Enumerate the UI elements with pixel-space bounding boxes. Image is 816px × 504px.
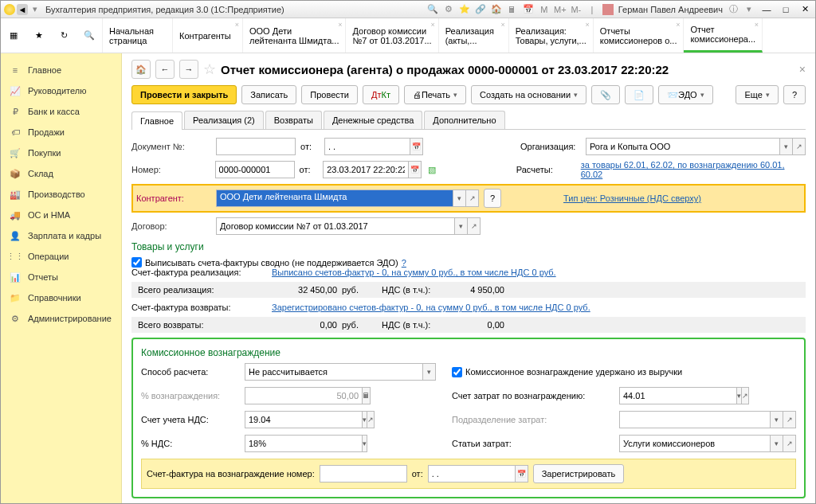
tab-counterparties[interactable]: ×Контрагенты (173, 18, 243, 53)
maximize-button[interactable]: □ (779, 4, 793, 15)
vat-acc-input[interactable] (245, 411, 363, 428)
dept-input[interactable] (619, 411, 771, 428)
sidebar-item-warehouse[interactable]: 📦Склад (1, 163, 121, 184)
close-icon[interactable]: × (500, 21, 504, 29)
post-close-button[interactable]: Провести и закрыть (131, 85, 237, 104)
subtab-main[interactable]: Главное (131, 111, 182, 130)
cost-acc-input[interactable] (619, 387, 737, 404)
vat-pct-input[interactable] (245, 435, 363, 452)
m-minus-icon[interactable]: M- (571, 4, 582, 15)
calc-icon[interactable]: 🖩 (363, 387, 371, 404)
list-button[interactable]: 📄 (625, 85, 653, 104)
favorite-button[interactable]: ☆ (203, 61, 216, 78)
dtkt-button[interactable]: ДтКт (363, 85, 399, 104)
search-icon[interactable]: 🔍 (82, 29, 96, 43)
tab-real2[interactable]: ×Реализация:Товары, услуги,... (509, 18, 594, 53)
search-sys-icon[interactable]: 🔍 (427, 4, 438, 15)
sidebar-item-production[interactable]: 🏭Производство (1, 184, 121, 205)
open-icon[interactable]: ↗ (793, 138, 806, 155)
sidebar-item-bank[interactable]: ₽Банк и касса (1, 101, 121, 122)
counterparty-input[interactable]: ООО Дети лейтенанта Шмидта (216, 189, 453, 207)
wand-icon[interactable]: ⚙ (443, 4, 454, 15)
calc-icon[interactable]: 🖩 (507, 4, 518, 15)
close-icon[interactable]: × (676, 21, 680, 29)
withhold-checkbox[interactable]: Комиссионное вознаграждение удержано из … (452, 367, 796, 377)
dropdown-icon[interactable]: ▾ (780, 138, 793, 155)
star-icon[interactable]: ★ (32, 29, 46, 43)
close-icon[interactable]: × (338, 21, 342, 29)
sidebar-item-refs[interactable]: 📁Справочники (1, 287, 121, 308)
edo-button[interactable]: 📨 ЭДО (658, 85, 713, 104)
sidebar-item-operations[interactable]: ⋮⋮Операции (1, 246, 121, 267)
org-input[interactable] (586, 138, 780, 155)
sidebar-item-main[interactable]: ≡Главное (1, 60, 121, 80)
home-button[interactable]: 🏠 (131, 60, 151, 79)
dropdown-icon[interactable]: ▾ (29, 4, 41, 15)
home-sys-icon[interactable]: 🏠 (491, 4, 502, 15)
date1-input[interactable] (324, 138, 410, 155)
sidebar-item-purchases[interactable]: 🛒Покупки (1, 143, 121, 163)
dropdown-icon[interactable]: ▾ (363, 435, 367, 452)
subtab-cash[interactable]: Денежные средства (324, 111, 422, 129)
save-button[interactable]: Записать (241, 85, 296, 104)
register-button[interactable]: Зарегистрировать (533, 464, 625, 483)
doc-no-input[interactable] (216, 138, 296, 155)
create-based-button[interactable]: Создать на основании (471, 85, 586, 104)
open-icon[interactable]: ↗ (742, 387, 749, 404)
open-icon[interactable]: ↗ (367, 411, 375, 428)
dropdown-icon[interactable]: ▾ (423, 363, 436, 381)
calendar-icon[interactable]: 📅 (410, 138, 423, 155)
post-button[interactable]: Провести (301, 85, 358, 104)
calendar-icon[interactable]: 📅 (516, 465, 528, 483)
close-icon[interactable]: × (430, 21, 434, 29)
number-input[interactable] (215, 161, 295, 178)
date2-input[interactable] (323, 161, 409, 178)
calendar-icon[interactable]: 📅 (409, 161, 422, 178)
apps-icon[interactable]: ▦ (6, 29, 21, 43)
close-icon[interactable]: × (235, 21, 239, 29)
sidebar-item-sales[interactable]: 🏷Продажи (1, 122, 121, 143)
m-icon[interactable]: M (539, 4, 550, 15)
back-icon[interactable]: ◄ (17, 4, 28, 15)
method-input[interactable] (245, 363, 423, 381)
sidebar-item-reports[interactable]: 📊Отчеты (1, 267, 121, 287)
summary-sf-check[interactable] (131, 257, 142, 268)
help-cp-button[interactable]: ? (484, 189, 501, 208)
subtab-extra[interactable]: Дополнительно (424, 111, 504, 129)
dropdown-icon[interactable]: ▾ (455, 217, 468, 235)
back-button[interactable]: ← (155, 60, 175, 79)
summary-sf-checkbox[interactable]: Выписывать счета-фактуры сводно (не подд… (131, 257, 806, 268)
tab-report[interactable]: ×Отчеткомиссионера... (684, 18, 763, 53)
link-sys-icon[interactable]: 🔗 (475, 4, 486, 15)
status-icon[interactable]: ▧ (426, 164, 437, 175)
close-icon[interactable]: × (755, 21, 759, 29)
close-icon[interactable]: × (586, 21, 590, 29)
close-window-button[interactable]: ✕ (798, 4, 812, 15)
help-button[interactable]: ? (783, 85, 806, 104)
sidebar-item-manager[interactable]: 📈Руководителю (1, 80, 121, 101)
print-button[interactable]: 🖨 Печать (404, 85, 466, 104)
open-icon[interactable]: ↗ (783, 435, 796, 452)
info-icon[interactable]: ⓘ (728, 4, 739, 15)
sidebar-item-assets[interactable]: 🚚ОС и НМА (1, 205, 121, 225)
open-icon[interactable]: ↗ (466, 189, 479, 207)
dropdown-icon[interactable]: ▾ (771, 435, 783, 452)
subtab-real[interactable]: Реализация (2) (184, 111, 264, 129)
subtab-returns[interactable]: Возвраты (265, 111, 322, 129)
attach-button[interactable]: 📎 (591, 85, 620, 104)
sf-reward-no-input[interactable] (320, 465, 407, 483)
dropdown-icon[interactable]: ▾ (771, 411, 783, 428)
close-page-button[interactable]: × (799, 63, 806, 76)
open-icon[interactable]: ↗ (468, 217, 481, 235)
price-type-link[interactable]: Тип цен: Розничные (НДС сверху) (563, 193, 701, 203)
sf-real-link[interactable]: Выписано счетов-фактур - 0, на сумму 0 р… (272, 268, 556, 277)
pct-input[interactable] (245, 387, 363, 404)
favorite-sys-icon[interactable]: ⭐ (459, 4, 470, 15)
withhold-check[interactable] (452, 367, 462, 377)
history-icon[interactable]: ↻ (57, 29, 71, 43)
tab-reports[interactable]: ×Отчетыкомиссионеров о... (594, 18, 685, 53)
forward-button[interactable]: → (179, 60, 198, 79)
sidebar-item-salary[interactable]: 👤Зарплата и кадры (1, 225, 121, 246)
tab-home[interactable]: Начальнаястраница (103, 18, 173, 53)
minimize-button[interactable]: — (759, 4, 774, 15)
